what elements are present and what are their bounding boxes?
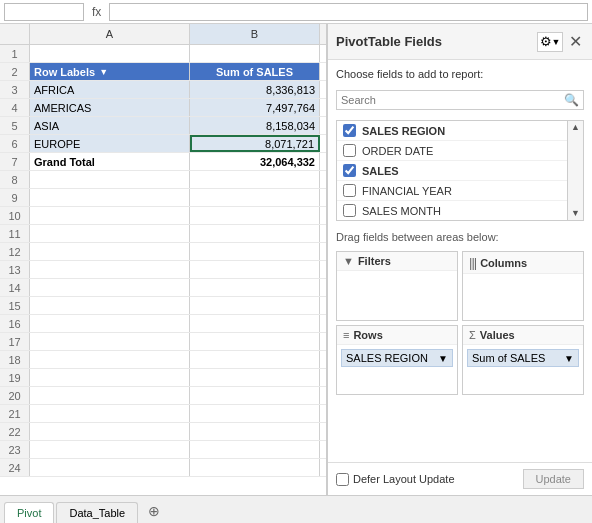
cell-grand-total-value[interactable]: 32,064,332 [190,153,320,170]
cell-sum-of-sales[interactable]: Sum of SALES [190,63,320,80]
pivot-footer: Defer Layout Update Update [328,462,592,495]
field-item-sales-month: SALES MONTH [337,201,567,220]
field-label-order-date: ORDER DATE [362,145,433,157]
field-checkbox-sales-region[interactable] [343,124,356,137]
table-row: 3 AFRICA 8,336,813 [0,81,326,99]
row-number: 11 [0,225,30,242]
row-number: 8 [0,171,30,188]
sheet-tab-data-table[interactable]: Data_Table [56,502,138,523]
sum-of-sales-text: Sum of SALES [216,66,293,78]
cell[interactable] [30,45,190,62]
values-area: Σ Values Sum of SALES ▼ [462,325,584,395]
search-input[interactable] [341,94,560,106]
values-area-tag[interactable]: Sum of SALES ▼ [467,349,579,367]
table-row: 9 [0,189,326,207]
row-number: 4 [0,99,30,116]
pivot-header-actions: ⚙ ▼ ✕ [537,32,584,52]
cell-africa-value[interactable]: 8,336,813 [190,81,320,98]
field-checkbox-order-date[interactable] [343,144,356,157]
cell-row-labels[interactable]: Row Labels ▼ [30,63,190,80]
table-row: 24 [0,459,326,477]
cell-americas[interactable]: AMERICAS [30,99,190,116]
table-row: 8 [0,171,326,189]
scroll-up-icon[interactable]: ▲ [571,123,580,132]
defer-layout-label[interactable]: Defer Layout Update [336,473,455,486]
field-checkbox-financial-year[interactable] [343,184,356,197]
values-tag-dropdown[interactable]: ▼ [564,353,574,364]
formula-input[interactable]: 8071721 [109,3,588,21]
name-box[interactable]: B6 [4,3,84,21]
row-number: 20 [0,387,30,404]
field-label-financial-year: FINANCIAL YEAR [362,185,452,197]
values-area-content: Sum of SALES ▼ [463,345,583,394]
row-number: 3 [0,81,30,98]
chevron-down-icon: ▼ [552,37,561,47]
table-row: 21 [0,405,326,423]
cell-asia-value[interactable]: 8,158,034 [190,117,320,134]
cell-europe[interactable]: EUROPE [30,135,190,152]
fx-icon: fx [88,5,105,19]
columns-area: ||| Columns [462,251,584,321]
sigma-icon: Σ [469,329,476,341]
table-row: 5 ASIA 8,158,034 [0,117,326,135]
scroll-down-icon[interactable]: ▼ [571,209,580,218]
row-number: 21 [0,405,30,422]
cell-asia[interactable]: ASIA [30,117,190,134]
row-labels-text: Row Labels [34,66,95,78]
rows-tag-dropdown[interactable]: ▼ [438,353,448,364]
rows-area-tag[interactable]: SALES REGION ▼ [341,349,453,367]
table-row: 12 [0,243,326,261]
defer-checkbox[interactable] [336,473,349,486]
pivot-panel: PivotTable Fields ⚙ ▼ ✕ Choose fields to… [327,24,592,495]
row-number: 12 [0,243,30,260]
table-row: 2 Row Labels ▼ Sum of SALES [0,63,326,81]
row-number: 24 [0,459,30,476]
filter-icon: ▼ [343,255,354,267]
filters-area-title: Filters [358,255,391,267]
formula-bar: B6 fx 8071721 [0,0,592,24]
row-number: 17 [0,333,30,350]
cell-grand-total[interactable]: Grand Total [30,153,190,170]
areas-grid: ▼ Filters ||| Columns ≡ [336,251,584,395]
table-row: 20 [0,387,326,405]
filters-area: ▼ Filters [336,251,458,321]
table-row: 6 EUROPE 8,071,721 [0,135,326,153]
rows-container: 1 2 Row Labels ▼ Sum of SALES 3 AFRICA 8 [0,45,326,495]
sheet-tab-pivot[interactable]: Pivot [4,502,54,523]
row-number: 6 [0,135,30,152]
pivot-gear-button[interactable]: ⚙ ▼ [537,32,563,52]
table-row: 13 [0,261,326,279]
field-item-order-date: ORDER DATE [337,141,567,161]
field-checkbox-sales-month[interactable] [343,204,356,217]
values-area-header: Σ Values [463,326,583,345]
rows-area-content: SALES REGION ▼ [337,345,457,394]
search-box: 🔍 [336,90,584,110]
table-row: 18 [0,351,326,369]
columns-area-header: ||| Columns [463,252,583,274]
field-item-sales: SALES [337,161,567,181]
dropdown-arrow[interactable]: ▼ [99,67,108,77]
filters-area-header: ▼ Filters [337,252,457,271]
column-headers: A B [0,24,326,45]
add-sheet-button[interactable]: ⊕ [140,499,168,523]
row-number: 10 [0,207,30,224]
row-number: 14 [0,279,30,296]
field-checkbox-sales[interactable] [343,164,356,177]
col-header-b[interactable]: B [190,24,320,44]
col-header-a[interactable]: A [30,24,190,44]
update-button[interactable]: Update [523,469,584,489]
pivot-close-button[interactable]: ✕ [567,32,584,51]
columns-area-content[interactable] [463,274,583,320]
pivot-title: PivotTable Fields [336,34,442,49]
filters-area-content[interactable] [337,271,457,320]
drag-hint: Drag fields between areas below: [336,231,584,243]
row-number: 7 [0,153,30,170]
row-number: 19 [0,369,30,386]
columns-icon: ||| [469,255,476,270]
cell[interactable] [190,45,320,62]
cell-africa[interactable]: AFRICA [30,81,190,98]
cell-americas-value[interactable]: 7,497,764 [190,99,320,116]
cell-europe-value[interactable]: 8,071,721 [190,135,320,152]
row-number: 13 [0,261,30,278]
row-number: 9 [0,189,30,206]
